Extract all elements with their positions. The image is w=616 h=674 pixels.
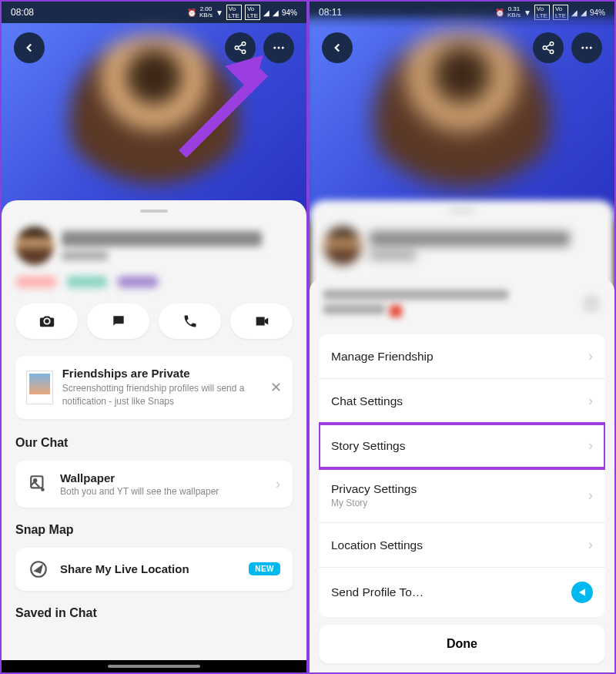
signal-icon-2: ◢ — [273, 8, 279, 17]
new-badge: NEW — [249, 562, 280, 575]
chevron-right-icon: › — [588, 537, 593, 553]
profile-username-blurred — [62, 251, 108, 260]
menu-privacy-settings[interactable]: Privacy Settings My Story › — [319, 468, 605, 523]
info-title: Friendships are Private — [62, 367, 282, 380]
sheet-header-blurred — [310, 279, 614, 328]
share-location-title: Share My Live Location — [60, 562, 238, 575]
svg-point-5 — [273, 47, 276, 49]
nav-bar — [2, 660, 306, 672]
menu-location-settings[interactable]: Location Settings › — [319, 523, 605, 568]
wallpaper-item[interactable]: Wallpaper Both you and YT will see the w… — [15, 461, 293, 508]
wallpaper-subtitle: Both you and YT will see the wallpaper — [60, 486, 265, 497]
annotation-arrow — [149, 67, 264, 78]
badge-blurred — [117, 276, 159, 288]
section-snap-map: Snap Map — [2, 512, 306, 543]
chat-button[interactable] — [87, 303, 149, 339]
chevron-right-icon: › — [588, 393, 593, 409]
svg-rect-8 — [31, 476, 42, 488]
svg-point-1 — [235, 46, 239, 50]
profile-row — [2, 220, 306, 271]
section-our-chat: Our Chat — [2, 425, 306, 456]
privacy-info-card: Friendships are Private Screenshotting f… — [15, 356, 293, 419]
wallpaper-icon — [28, 473, 49, 495]
phone-right: 08:11 ⏰ 0.31 KB/s ▼ VoLTE VoLTE ◢ ◢ 94% — [310, 2, 614, 672]
svg-point-7 — [282, 47, 284, 49]
status-time: 08:08 — [11, 7, 34, 18]
svg-point-6 — [278, 47, 280, 49]
menu-story-settings[interactable]: Story Settings › — [319, 424, 605, 468]
polaroid-icon — [26, 371, 53, 404]
drag-handle[interactable] — [140, 210, 168, 213]
back-button[interactable] — [14, 32, 45, 63]
sheet-close-button[interactable] — [582, 294, 601, 313]
menu-send-profile[interactable]: Send Profile To… — [319, 568, 605, 617]
profile-name-blurred — [62, 231, 262, 246]
share-location-item[interactable]: Share My Live Location NEW — [15, 548, 293, 591]
done-button[interactable]: Done — [319, 625, 605, 663]
close-icon[interactable]: ✕ — [270, 379, 282, 396]
status-right: ⏰ 2.00 KB/s ▼ VoLTE VoLTE ◢ ◢ 94% — [187, 5, 297, 20]
wallpaper-title: Wallpaper — [60, 471, 265, 485]
bottom-sheet: Manage Friendship › Chat Settings › Stor… — [310, 279, 614, 672]
location-icon — [28, 558, 49, 580]
overlay: Manage Friendship › Chat Settings › Stor… — [310, 2, 614, 672]
profile-avatar-small — [15, 226, 54, 265]
badge-row — [2, 271, 306, 293]
chevron-right-icon: › — [588, 348, 593, 364]
menu-chat-settings[interactable]: Chat Settings › — [319, 379, 605, 424]
info-subtitle: Screenshotting friendship profiles will … — [62, 382, 282, 408]
alarm-icon: ⏰ — [187, 8, 196, 17]
profile-card: Friendships are Private Screenshotting f… — [2, 200, 306, 660]
chevron-right-icon: › — [588, 488, 593, 504]
badge-blurred — [66, 276, 108, 288]
send-icon — [571, 582, 593, 603]
more-button[interactable] — [263, 32, 294, 63]
lte-icon: VoLTE — [226, 5, 242, 20]
badge-blurred — [15, 276, 57, 288]
chevron-right-icon: › — [276, 476, 280, 492]
action-buttons — [2, 293, 306, 350]
menu-list: Manage Friendship › Chat Settings › Stor… — [319, 334, 605, 617]
heart-icon — [390, 305, 402, 317]
battery-pct: 94% — [282, 8, 297, 17]
video-button[interactable] — [230, 303, 293, 339]
section-saved: Saved in Chat — [2, 595, 306, 626]
chevron-right-icon: › — [588, 438, 593, 454]
svg-line-3 — [238, 45, 242, 47]
call-button[interactable] — [159, 303, 221, 339]
phone-left: 08:08 ⏰ 2.00 KB/s ▼ VoLTE VoLTE ◢ ◢ 94% — [2, 2, 306, 672]
lte-icon-2: VoLTE — [245, 5, 260, 20]
wifi-icon: ▼ — [216, 8, 223, 17]
camera-button[interactable] — [15, 303, 78, 339]
menu-manage-friendship[interactable]: Manage Friendship › — [319, 334, 605, 379]
status-bar: 08:08 ⏰ 2.00 KB/s ▼ VoLTE VoLTE ◢ ◢ 94% — [2, 2, 306, 23]
signal-icon: ◢ — [263, 8, 270, 17]
